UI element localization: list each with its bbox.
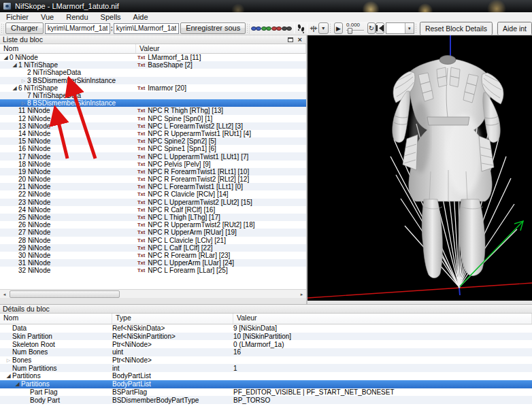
block-list-row[interactable]: 32 NiNode TxtNPC L Forearm [LLar] [25] [0, 267, 306, 274]
txt-type-badge: Txt [137, 154, 145, 160]
slider-thumb[interactable] [348, 28, 352, 34]
expander-icon[interactable]: ▷ [20, 99, 27, 107]
block-list-row[interactable]: 28 NiNode TxtNPC L Clavicle [LClv] [21] [0, 237, 306, 244]
block-details-row[interactable]: Num Partitions int 1 [0, 364, 532, 372]
txt-type-badge: Txt [137, 146, 145, 152]
block-list-row[interactable]: 25 NiNode TxtNPC L Thigh [LThg] [17] [0, 214, 306, 221]
footsteps-icon[interactable] [297, 23, 305, 34]
view-toggle-glasses-blue-icon[interactable] [251, 23, 261, 34]
flipbook-button[interactable] [376, 22, 384, 34]
view-mode-dropdown-button[interactable]: ▼ [318, 22, 329, 34]
block-value: NPC Spine1 [Spn1] [6] [148, 145, 216, 152]
column-header-type[interactable]: Type [112, 314, 233, 324]
block-list-row[interactable]: ◢1 NiTriShape TxtBaseShape [2] [0, 61, 306, 69]
block-list-row[interactable]: 30 NiNode TxtNPC R Forearm [RLar] [23] [0, 252, 306, 259]
block-details-row[interactable]: Skeleton Root Ptr<NiNode> 0 (LMarmorf_1a… [0, 340, 532, 348]
block-list-row[interactable]: 13 NiNode TxtNPC L ForearmTwist2 [LLt2] … [0, 122, 306, 130]
block-list-row[interactable]: 21 NiNode TxtNPC L ForearmTwist1 [LLt1] … [0, 183, 306, 190]
view-toggle-glasses-green-icon[interactable] [261, 23, 271, 34]
block-list-row[interactable]: 27 NiNode TxtNPC R UpperArm [RUar] [19] [0, 229, 306, 236]
block-value: NPC L UpperarmTwist2 [LUt2] [15] [148, 199, 252, 206]
block-list-row[interactable]: 12 NiNode TxtNPC Spine [Spn0] [1] [0, 115, 306, 122]
block-list-row[interactable]: 15 NiNode TxtNPC Spine2 [Spn2] [5] [0, 137, 306, 145]
column-header-valeur[interactable]: Valeur [233, 314, 532, 324]
txt-type-badge: Txt [137, 62, 145, 68]
column-header-nom[interactable]: Nom [0, 314, 112, 324]
block-list-row[interactable]: 23 NiNode TxtNPC L UpperarmTwist2 [LUt2]… [0, 199, 306, 206]
menu-spells[interactable]: Spells [95, 12, 127, 22]
load-button[interactable]: Charger [5, 22, 44, 34]
expander-icon[interactable]: ◢ [11, 84, 18, 92]
block-list-row[interactable]: 29 NiNode TxtNPC L Calf [LClf] [22] [0, 244, 306, 252]
expander-icon[interactable]: ▷ [5, 356, 12, 364]
block-name: 27 NiNode [18, 229, 50, 236]
reset-block-details-button[interactable]: Reset Block Details [420, 22, 493, 35]
title-bar[interactable]: NifSkope - LMarmorf_1atuto.nif [0, 0, 532, 12]
block-list-row[interactable]: 19 NiNode TxtNPC R ForearmTwist1 [RLt1] … [0, 168, 306, 175]
toolbar-drag-handle[interactable] [247, 24, 249, 33]
move-axes-icon[interactable]: +|+ [310, 23, 317, 34]
block-details-row[interactable]: Body Part BSDismemberBodyPartType BP_TOR… [0, 396, 532, 404]
scrollbar-thumb[interactable] [10, 290, 120, 298]
menu-vue[interactable]: Vue [35, 12, 60, 22]
column-header-valeur[interactable]: Valeur [136, 44, 306, 53]
field-value: 10 [NiSkinPartition] [233, 333, 291, 340]
block-list-row[interactable]: 16 NiNode TxtNPC Spine1 [Spn1] [6] [0, 145, 306, 152]
toolbar-drag-handle[interactable] [330, 24, 332, 33]
block-details-row[interactable]: Part Flag BSPartFlag PF_EDITOR_VISIBLE |… [0, 388, 532, 397]
render-viewport[interactable] [307, 35, 532, 301]
animation-time-slider[interactable]: 0.000 [345, 22, 365, 35]
block-details-row[interactable]: ◢Partitions BodyPartList [0, 372, 532, 380]
dock-float-icon[interactable] [288, 37, 293, 42]
expander-icon[interactable]: ◢ [2, 54, 10, 61]
block-list-row[interactable]: 2 NiTriShapeData [0, 69, 306, 76]
block-list-row[interactable]: 31 NiNode TxtNPC L UpperArm [LUar] [24] [0, 259, 306, 267]
block-list-row[interactable]: ◢0 NiNode TxtLMarmorf_1a [11] [0, 54, 306, 61]
file-path-input-2[interactable] [114, 23, 179, 34]
chevron-down-icon: ▼ [405, 23, 414, 33]
block-details-row[interactable]: Num Bones uint 16 [0, 348, 532, 356]
block-details-row[interactable]: Data Ref<NiSkinData> 9 [NiSkinData] [0, 324, 532, 333]
block-list-row[interactable]: 11 NiNode TxtNPC R Thigh [RThg] [13] [0, 107, 306, 114]
block-list-row[interactable]: 14 NiNode TxtNPC R UpperarmTwist1 [RUt1]… [0, 130, 306, 137]
block-list-row[interactable]: ▷8 BSDismemberSkinInstance [0, 99, 306, 107]
block-list-row[interactable]: 17 NiNode TxtNPC L UpperarmTwist1 [LUt1]… [0, 152, 306, 160]
loop-button[interactable]: ↻ [367, 22, 376, 34]
block-value: Imarmor [20] [148, 84, 186, 92]
help-button[interactable]: Aide int [497, 22, 532, 35]
column-header-nom[interactable]: Nom [0, 44, 136, 53]
close-icon[interactable]: × [298, 36, 302, 43]
toolbar-drag-handle[interactable] [416, 24, 418, 33]
block-details-row[interactable]: Skin Partition Ref<NiSkinPartition> 10 [… [0, 333, 532, 341]
scroll-right-icon[interactable]: ▸ [297, 290, 306, 298]
block-details-row[interactable]: ▷Bones Ptr<NiNode> [0, 356, 532, 365]
save-as-button[interactable]: Enregistrer sous [180, 22, 246, 34]
block-list-row[interactable]: 18 NiNode TxtNPC Pelvis [Pelv] [9] [0, 161, 306, 168]
file-path-input-1[interactable] [45, 23, 110, 34]
menu-fichier[interactable]: Fichier [0, 12, 35, 22]
block-details-row[interactable]: ◢Partitions BodyPartList [0, 380, 532, 388]
block-list-row[interactable]: ▷3 BSDismemberSkinInstance [0, 77, 306, 84]
horizontal-scrollbar[interactable]: ◂ ▸ [0, 289, 306, 298]
block-list-row[interactable]: ◢6 NiTriShape TxtImarmor [20] [0, 84, 306, 92]
animation-select[interactable]: ▼ [386, 22, 414, 34]
view-toggle-glasses-red-icon[interactable] [271, 23, 282, 34]
block-list-row[interactable]: 22 NiNode TxtNPC R Clavicle [RClv] [14] [0, 190, 306, 198]
block-list-row[interactable]: 7 NiTriShapeData [0, 92, 306, 99]
scroll-left-icon[interactable]: ◂ [0, 290, 9, 298]
expander-icon[interactable]: ◢ [14, 380, 21, 388]
block-list-row[interactable]: 20 NiNode TxtNPC R ForearmTwist2 [RLt2] … [0, 175, 306, 183]
play-button[interactable]: ▶ [334, 22, 343, 34]
menu-rendu[interactable]: Rendu [60, 12, 94, 22]
menu-aide[interactable]: Aide [127, 12, 154, 22]
expander-icon[interactable]: ◢ [11, 61, 18, 69]
block-list-row[interactable]: 24 NiNode TxtNPC R Calf [RClf] [16] [0, 206, 306, 214]
view-toggle-glasses-gray-icon[interactable] [282, 23, 292, 34]
expander-icon[interactable]: ◢ [5, 372, 12, 380]
block-list-row[interactable]: 26 NiNode TxtNPC R UpperarmTwist2 [RUt2]… [0, 221, 306, 229]
block-details-title: Détails du bloc [3, 305, 50, 313]
expander-icon[interactable]: ▷ [20, 77, 27, 84]
block-value: NPC R ForearmTwist1 [RLt1] [10] [148, 168, 249, 175]
toolbar-drag-handle[interactable] [1, 24, 3, 33]
block-name: 1 NiTriShape [18, 61, 58, 69]
